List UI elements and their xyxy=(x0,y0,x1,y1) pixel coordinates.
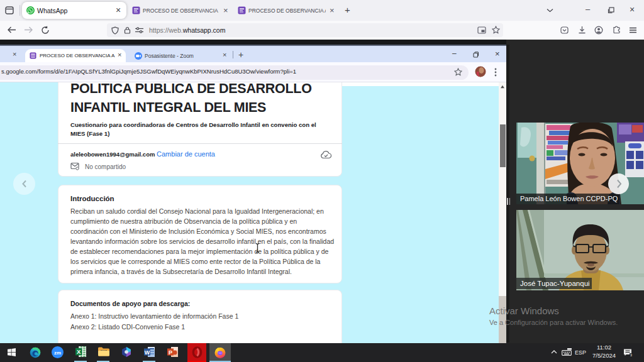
svg-text:zm: zm xyxy=(54,350,61,356)
svg-text:W: W xyxy=(145,349,150,356)
svg-text:José Tupac-Yupanqui: José Tupac-Yupanqui xyxy=(520,280,590,287)
svg-text:X: X xyxy=(77,348,81,355)
svg-text:Pamela León Bowen CCPD-PQ: Pamela León Bowen CCPD-PQ xyxy=(520,195,618,202)
svg-text:P: P xyxy=(169,349,172,356)
